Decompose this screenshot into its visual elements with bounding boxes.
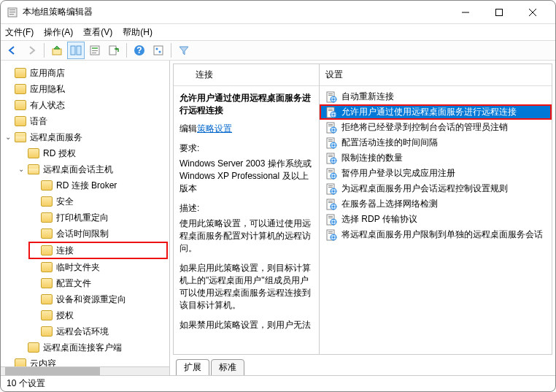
tree-node[interactable]: 设备和资源重定向 [28, 291, 168, 307]
folder-icon [28, 342, 39, 353]
description-p1: 使用此策略设置，可以通过使用远程桌面服务配置对计算机的远程访问。 [179, 218, 313, 255]
tree-node-label: 远程会话环境 [55, 324, 110, 339]
settings-item[interactable]: 允许用户通过使用远程桌面服务进行远程连接 [320, 104, 552, 120]
svg-rect-15 [109, 46, 116, 55]
tree-node[interactable]: 远程会话环境 [28, 323, 168, 339]
minimize-button[interactable] [449, 1, 482, 24]
svg-rect-50 [328, 141, 333, 142]
tree: 应用商店应用隐私有人状态语音⌄远程桌面服务RD 授权⌄远程桌面会话主机RD 连接… [2, 65, 168, 375]
menu-help[interactable]: 帮助(H) [123, 26, 152, 39]
tree-node[interactable]: ⌄远程桌面会话主机 [15, 161, 168, 177]
tree-node[interactable]: 连接 [28, 242, 168, 259]
settings-item[interactable]: 配置活动连接的时间间隔 [320, 135, 552, 150]
svg-rect-92 [336, 206, 337, 207]
svg-rect-64 [331, 160, 332, 161]
svg-rect-76 [328, 185, 333, 186]
settings-column-header[interactable]: 设置 [320, 64, 552, 86]
svg-rect-27 [333, 101, 333, 102]
tree-node[interactable]: 应用隐私 [2, 81, 168, 97]
policy-icon [325, 137, 337, 149]
svg-rect-31 [328, 109, 333, 109]
forward-button[interactable] [23, 42, 40, 59]
svg-rect-55 [331, 145, 332, 145]
folder-icon [41, 228, 53, 239]
tree-node[interactable]: 配置文件 [28, 275, 168, 291]
policy-icon [325, 214, 337, 226]
svg-rect-83 [336, 191, 337, 191]
tab-extended[interactable]: 扩展 [176, 359, 209, 375]
settings-item[interactable]: 将远程桌面服务用户限制到单独的远程桌面服务会话 [320, 227, 552, 242]
settings-item[interactable]: 自动重新连接 [320, 89, 552, 104]
svg-rect-35 [333, 111, 333, 112]
svg-rect-9 [71, 46, 75, 55]
settings-list-pane[interactable]: 设置 自动重新连接允许用户通过使用远程桌面服务进行远程连接拒绝将已经登录到控制台… [320, 64, 552, 354]
close-button[interactable] [516, 1, 549, 24]
collapse-icon[interactable]: ⌄ [17, 162, 26, 177]
settings-item-label: 为远程桌面服务用户会话远程控制设置规则 [341, 182, 508, 195]
properties-button[interactable] [86, 42, 104, 59]
help-button[interactable]: ? [131, 42, 148, 59]
edit-policy-link[interactable]: 策略设置 [197, 123, 232, 134]
menu-view[interactable]: 查看(V) [83, 26, 112, 39]
svg-point-106 [333, 236, 335, 238]
svg-rect-74 [336, 175, 337, 176]
svg-rect-77 [328, 187, 333, 188]
toolbar-sep [44, 43, 45, 58]
tree-node-label: 临时文件夹 [55, 260, 101, 274]
options-button[interactable] [150, 42, 167, 59]
tree-node[interactable]: 打印机重定向 [28, 210, 168, 226]
up-button[interactable] [48, 42, 66, 59]
back-button[interactable] [4, 42, 21, 59]
settings-item[interactable]: 拒绝将已经登录到控制台会话的管理员注销 [320, 120, 552, 135]
tree-node[interactable]: 授权 [28, 307, 168, 323]
settings-item[interactable]: 暂停用户登录以完成应用注册 [320, 166, 552, 181]
folder-icon [41, 212, 53, 223]
tree-pane[interactable]: 应用商店应用隐私有人状态语音⌄远程桌面服务RD 授权⌄远程桌面会话主机RD 连接… [1, 61, 170, 375]
collapse-icon[interactable]: ⌄ [4, 130, 12, 145]
svg-rect-38 [336, 114, 337, 115]
tree-node[interactable]: 会话时间限制 [28, 226, 168, 242]
menu-bar: 文件(F) 操作(A) 查看(V) 帮助(H) [1, 24, 555, 40]
menu-action[interactable]: 操作(A) [44, 26, 73, 39]
tree-node[interactable]: 安全 [28, 193, 168, 210]
tree-node[interactable]: ⌄远程桌面服务 [2, 129, 168, 145]
policy-icon [325, 168, 337, 180]
folder-icon [41, 278, 53, 288]
show-pane-button[interactable] [67, 42, 85, 59]
tree-node[interactable]: 应用商店 [2, 65, 168, 81]
filter-button[interactable] [175, 42, 193, 59]
svg-rect-104 [328, 233, 333, 234]
svg-rect-22 [328, 93, 333, 94]
svg-rect-40 [328, 124, 333, 125]
tree-node[interactable]: 有人状态 [2, 97, 168, 113]
settings-item[interactable]: 选择 RDP 传输协议 [320, 212, 552, 227]
svg-point-52 [333, 144, 335, 146]
settings-item-label: 配置活动连接的时间间隔 [341, 137, 438, 149]
tree-node-label: 配置文件 [55, 276, 93, 291]
tree-node-label: 远程桌面服务 [28, 130, 84, 145]
policy-icon [325, 107, 337, 118]
tree-node[interactable]: 远程桌面连接客户端 [15, 339, 168, 356]
folder-icon [41, 310, 53, 320]
settings-item[interactable]: 限制连接的数量 [320, 150, 552, 166]
tree-node[interactable]: RD 连接 Broker [28, 177, 168, 193]
svg-rect-3 [9, 14, 14, 15]
maximize-button[interactable] [482, 1, 516, 24]
svg-point-43 [333, 128, 335, 131]
svg-rect-81 [333, 193, 333, 194]
tree-node[interactable]: RD 授权 [15, 145, 168, 161]
export-button[interactable] [105, 42, 123, 59]
tree-node[interactable]: 临时文件夹 [28, 259, 168, 275]
tree-node-label: 远程桌面连接客户端 [42, 340, 123, 355]
tab-standard[interactable]: 标准 [211, 359, 244, 375]
menu-file[interactable]: 文件(F) [5, 26, 34, 39]
tree-node[interactable]: 语音 [2, 113, 168, 129]
folder-icon [41, 245, 53, 255]
settings-item[interactable]: 在服务器上选择网络检测 [320, 196, 552, 212]
folder-icon [41, 326, 53, 337]
svg-rect-110 [336, 237, 337, 237]
settings-item-label: 允许用户通过使用远程桌面服务进行远程连接 [341, 106, 517, 118]
svg-point-19 [156, 48, 158, 50]
description-label: 描述: [179, 202, 313, 215]
settings-item[interactable]: 为远程桌面服务用户会话远程控制设置规则 [320, 181, 552, 196]
